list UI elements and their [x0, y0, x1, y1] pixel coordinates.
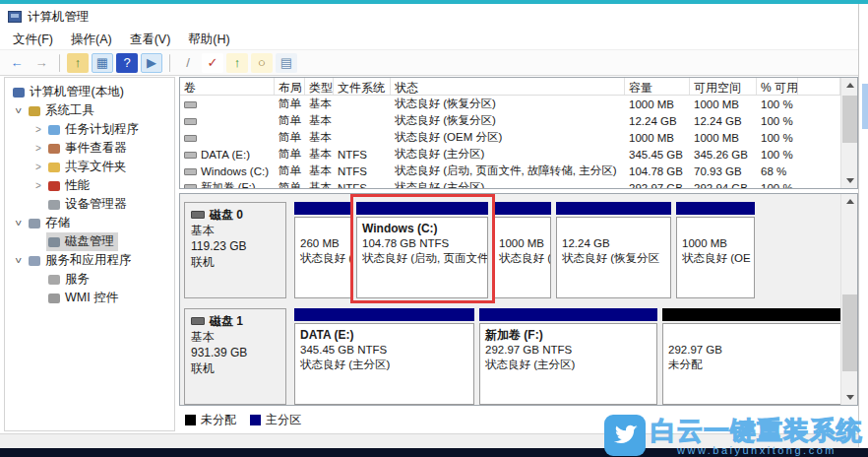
tree-root-computer-management[interactable]: 计算机管理(本地): [5, 83, 174, 101]
toolbar-separator[interactable]: [59, 54, 60, 72]
tree-item-label: 共享文件夹: [65, 159, 127, 175]
partition-status: 状态良好 (OE: [682, 251, 749, 266]
column-header-status[interactable]: 状态: [391, 78, 625, 95]
toolbar-button-glyph: →: [35, 55, 48, 70]
tree-item-label: 计算机管理(本地): [30, 84, 124, 100]
disk1-partition-data-e[interactable]: DATA (E:) 345.45 GB NTFS 状态良好 (主分区): [294, 308, 474, 405]
volume-list-scrollbar[interactable]: [840, 78, 857, 188]
tree-task-scheduler[interactable]: 任务计划程序: [5, 120, 174, 139]
gear-icon: [48, 275, 60, 285]
background-window-artifact: [862, 84, 868, 129]
column-header-free-space[interactable]: 可用空间: [690, 78, 757, 95]
legend-label: 主分区: [266, 412, 301, 428]
tree-storage[interactable]: 存储: [5, 214, 174, 232]
properties-button[interactable]: ▤: [276, 53, 297, 73]
table-row[interactable]: Windows (C:) 简单 基本 NTFS 状态良好 (启动, 页面文件, …: [180, 163, 840, 179]
bird-logo-icon: [604, 415, 646, 456]
cell-layout: 简单: [275, 163, 305, 178]
column-header-percent-free[interactable]: % 可用: [757, 78, 798, 95]
column-header-filesystem[interactable]: 文件系统: [334, 78, 391, 95]
tree-expander-icon[interactable]: [31, 180, 46, 191]
disk1-partition-new-volume-f[interactable]: 新加卷 (F:) 292.97 GB NTFS 状态良好 (主分区): [479, 308, 657, 405]
menu-bar: 文件(F) 操作(A) 查看(V) 帮助(H): [0, 30, 859, 49]
tree-event-viewer[interactable]: 事件查看器: [5, 139, 174, 158]
disk1-partition-unallocated[interactable]: 292.97 GB 未分配: [662, 308, 840, 405]
show-console-tree-button[interactable]: ▦: [92, 53, 113, 73]
column-header-layout[interactable]: 布局: [275, 78, 305, 95]
tree-shared-folders[interactable]: 共享文件夹: [5, 158, 174, 176]
scroll-down-arrow[interactable]: [841, 173, 858, 188]
check-disk-button[interactable]: ✓: [202, 53, 223, 73]
cell-status: 状态良好 (主分区): [391, 180, 625, 188]
legend-color-swatch: [185, 415, 196, 425]
pointer-tool-button[interactable]: /: [177, 53, 199, 73]
forward-button[interactable]: →: [31, 53, 52, 73]
export-button[interactable]: ↑: [226, 53, 248, 73]
partition-title: [499, 222, 545, 236]
tree-services[interactable]: 服务: [5, 270, 174, 289]
scroll-down-arrow[interactable]: [841, 390, 858, 405]
disk1-label-box[interactable]: 磁盘 1 基本 931.39 GB 联机: [184, 308, 286, 405]
watermark: 白云一键重装系统 www.baiyunxitong.com: [604, 415, 863, 456]
tools-icon: [29, 106, 40, 116]
menu-file[interactable]: 文件(F): [4, 30, 62, 50]
table-row[interactable]: 简单 基本 状态良好 (OEM 分区) 1000 MB 1000 MB 100 …: [180, 129, 840, 146]
show-action-pane-button[interactable]: ▶: [141, 53, 162, 73]
menu-view[interactable]: 查看(V): [121, 30, 180, 50]
table-row[interactable]: 新加卷 (F:) 简单 基本 NTFS 状态良好 (主分区) 292.97 GB…: [180, 179, 840, 188]
cell-percent-free: 100 %: [757, 115, 798, 127]
tree-expander-icon[interactable]: [31, 124, 46, 135]
help-button[interactable]: ?: [116, 53, 138, 73]
tree-item-label: 系统工具: [45, 102, 94, 119]
tree-item-label: 任务计划程序: [65, 121, 139, 138]
cell-type: 基本: [305, 163, 334, 178]
table-row[interactable]: 简单 基本 状态良好 (恢复分区) 12.24 GB 12.24 GB 100 …: [180, 112, 840, 129]
disk0-partition-recovery-1[interactable]: 1000 MB 状态良好 (恢: [493, 202, 551, 298]
tree-expander-icon[interactable]: [31, 143, 46, 154]
toolbar-button-glyph: /: [186, 55, 190, 70]
disk0-partition-windows-c[interactable]: Windows (C:) 104.78 GB NTFS 状态良好 (启动, 页面…: [356, 202, 488, 298]
tree-system-tools[interactable]: 系统工具: [5, 101, 174, 120]
scroll-thumb[interactable]: [842, 294, 857, 371]
back-button[interactable]: ←: [6, 53, 28, 73]
tree-device-manager[interactable]: 设备管理器: [5, 195, 174, 214]
column-header-capacity[interactable]: 容量: [625, 78, 690, 95]
cell-capacity: 1000 MB: [625, 132, 690, 144]
disk-pane-scrollbar[interactable]: [840, 194, 857, 405]
find-button[interactable]: ○: [251, 53, 273, 73]
table-row[interactable]: 简单 基本 状态良好 (恢复分区) 1000 MB 1000 MB 100 %: [180, 96, 840, 112]
table-row[interactable]: DATA (E:) 简单 基本 NTFS 状态良好 (主分区) 345.45 G…: [180, 146, 840, 163]
tree-expander-icon[interactable]: [11, 218, 27, 228]
tree-performance[interactable]: 性能: [5, 176, 174, 195]
tree-expander-icon[interactable]: [11, 105, 27, 116]
partition-type-bar: [662, 308, 840, 321]
window-title: 计算机管理: [28, 9, 90, 26]
partition-title: [300, 222, 345, 236]
toolbar-separator[interactable]: [169, 54, 170, 72]
column-header-type[interactable]: 类型: [305, 78, 334, 95]
partition-title: DATA (E:): [300, 328, 468, 343]
tree-services-and-applications[interactable]: 服务和应用程序: [5, 251, 174, 270]
tree-item-label: 服务: [65, 271, 90, 288]
disk0-partition-efi[interactable]: 260 MB 状态良好 (: [294, 202, 351, 298]
menu-help[interactable]: 帮助(H): [179, 30, 238, 50]
volume-icon: [184, 152, 197, 159]
tree-expander-icon[interactable]: [11, 255, 27, 266]
disk0-partition-oem[interactable]: 1000 MB 状态良好 (OE: [676, 202, 755, 298]
up-one-level-button[interactable]: ↑: [67, 53, 89, 73]
tree-expander-icon[interactable]: [31, 162, 46, 172]
scroll-up-arrow[interactable]: [841, 194, 858, 209]
disk0-label-box[interactable]: 磁盘 0 基本 119.23 GB 联机: [184, 202, 286, 298]
tree-wmi-control[interactable]: WMI 控件: [5, 289, 174, 307]
disk0-partition-recovery-2[interactable]: 12.24 GB 状态良好 (恢复分区: [556, 202, 671, 298]
cell-status: 状态良好 (OEM 分区): [391, 130, 625, 145]
scroll-thumb[interactable]: [842, 96, 857, 143]
scroll-up-arrow[interactable]: [841, 78, 858, 93]
watermark-title: 白云一键重装系统: [651, 418, 863, 443]
tree-disk-management[interactable]: 磁盘管理: [5, 232, 174, 251]
menu-action[interactable]: 操作(A): [62, 30, 121, 50]
column-header-volume[interactable]: 卷: [180, 78, 275, 95]
disk1-name: 磁盘 1: [210, 313, 243, 329]
shared-folder-icon: [48, 163, 60, 172]
device-manager-icon: [48, 200, 60, 210]
